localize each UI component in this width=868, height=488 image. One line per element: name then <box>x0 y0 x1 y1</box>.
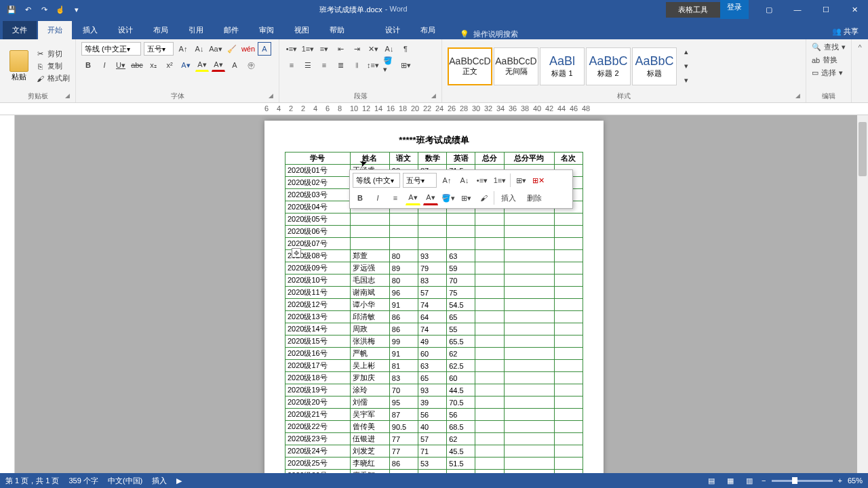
zoom-slider[interactable] <box>772 480 833 482</box>
styles-scroll-down[interactable]: ▾ <box>679 60 693 73</box>
mt-bullets[interactable]: •≡▾ <box>475 173 490 188</box>
table-cell[interactable]: 83 <box>389 372 418 384</box>
table-cell[interactable]: 2020级13号 <box>285 311 351 323</box>
mt-highlight[interactable]: A▾ <box>406 190 420 205</box>
table-cell[interactable] <box>554 360 583 372</box>
table-cell[interactable] <box>475 250 504 262</box>
tab-references[interactable]: 引用 <box>179 21 213 39</box>
tab-table-design[interactable]: 设计 <box>376 21 410 39</box>
style-heading2[interactable]: AaBbC标题 2 <box>586 47 631 85</box>
zoom-out-button[interactable]: − <box>762 476 766 485</box>
table-cell[interactable]: 93 <box>418 384 446 396</box>
table-cell[interactable] <box>475 348 504 360</box>
scrollbar-thumb[interactable] <box>859 122 867 176</box>
mt-font-combo[interactable]: 等线 (中文 ▾ <box>353 173 400 188</box>
italic-button[interactable]: I <box>98 58 111 72</box>
table-row[interactable]: 2020级05号 <box>285 214 583 226</box>
enclose-char-button[interactable]: ㊥ <box>244 58 258 72</box>
table-cell[interactable] <box>554 372 583 384</box>
table-cell[interactable]: 53 <box>418 458 446 470</box>
table-cell[interactable]: 2020级10号 <box>285 274 351 287</box>
table-cell[interactable] <box>554 421 583 433</box>
shrink-font-button[interactable]: A↓ <box>193 42 206 56</box>
table-cell[interactable] <box>418 226 446 238</box>
table-cell[interactable] <box>504 433 554 445</box>
table-cell[interactable] <box>389 214 418 226</box>
table-cell[interactable] <box>504 445 554 458</box>
table-cell[interactable] <box>554 214 583 226</box>
select-button[interactable]: ▭ 选择 ▾ <box>812 68 846 78</box>
tab-insert[interactable]: 插入 <box>73 21 107 39</box>
highlight-button[interactable]: A▾ <box>195 58 209 72</box>
table-cell[interactable]: 55 <box>447 323 475 336</box>
mt-table-button[interactable]: ⊞▾ <box>513 173 528 188</box>
table-cell[interactable] <box>554 433 583 445</box>
table-cell[interactable]: 2020级05号 <box>285 214 351 226</box>
table-cell[interactable]: 2020级24号 <box>285 445 351 458</box>
table-row[interactable]: 2020级19号涂玲709344.5 <box>285 384 583 396</box>
tab-layout[interactable]: 布局 <box>144 21 178 39</box>
login-button[interactable]: 登录 <box>720 0 749 19</box>
text-effects-button[interactable]: A▾ <box>179 58 193 72</box>
table-row[interactable]: 2020级10号毛国志808370 <box>285 274 583 287</box>
table-row[interactable]: 2020级08号郑萱809363 <box>285 250 583 262</box>
subscript-button[interactable]: x₂ <box>146 58 160 72</box>
table-cell[interactable]: 谭小华 <box>350 299 389 311</box>
table-cell[interactable]: 56 <box>418 409 446 421</box>
table-cell[interactable]: 2020级02号 <box>285 177 351 189</box>
table-cell[interactable]: 63 <box>447 250 475 262</box>
styles-gallery[interactable]: AaBbCcD正文 AaBbCcD无间隔 AaBl标题 1 AaBbC标题 2 … <box>448 47 677 85</box>
table-cell[interactable] <box>554 262 583 274</box>
table-row[interactable]: 2020级16号严帆916062 <box>285 348 583 360</box>
table-cell[interactable]: 罗远强 <box>350 262 389 274</box>
table-cell[interactable] <box>554 226 583 238</box>
style-nospacing[interactable]: AaBbCcD无间隔 <box>494 47 538 85</box>
zoom-level[interactable]: 65% <box>848 476 863 485</box>
tab-file[interactable]: 文件 <box>3 21 37 39</box>
table-cell[interactable]: 59 <box>447 262 475 274</box>
close-button[interactable]: ✕ <box>841 0 868 19</box>
change-case-button[interactable]: Aa▾ <box>209 42 222 56</box>
table-cell[interactable] <box>554 238 583 250</box>
tab-review[interactable]: 审阅 <box>250 21 283 39</box>
table-cell[interactable]: 2020级19号 <box>285 384 351 396</box>
table-cell[interactable] <box>554 336 583 348</box>
table-cell[interactable]: 83 <box>418 274 446 287</box>
word-count[interactable]: 359 个字 <box>68 476 98 486</box>
table-cell[interactable]: 44.5 <box>447 384 475 396</box>
table-cell[interactable]: 80 <box>389 250 418 262</box>
table-cell[interactable]: 70.5 <box>447 396 475 409</box>
table-cell[interactable] <box>475 323 504 336</box>
bold-button[interactable]: B <box>81 58 95 72</box>
table-cell[interactable]: 63 <box>418 360 446 372</box>
table-cell[interactable]: 60 <box>418 348 446 360</box>
collapse-ribbon-button[interactable]: ^ <box>852 39 868 102</box>
table-cell[interactable]: 93 <box>418 250 446 262</box>
table-cell[interactable]: 2020级22号 <box>285 421 351 433</box>
table-row[interactable]: 2020级25号李晓红865351.5 <box>285 458 583 470</box>
table-row[interactable]: 2020级24号刘发芝777145.5 <box>285 445 583 458</box>
paste-button[interactable]: 粘贴 <box>5 50 33 82</box>
undo-button[interactable]: ↶ <box>20 2 35 17</box>
table-cell[interactable] <box>504 274 554 287</box>
vertical-ruler[interactable] <box>0 115 15 473</box>
language-indicator[interactable]: 中文(中国) <box>108 476 142 486</box>
table-cell[interactable] <box>554 396 583 409</box>
table-cell[interactable] <box>475 396 504 409</box>
macro-icon[interactable]: ▶ <box>176 476 182 485</box>
style-heading1[interactable]: AaBl标题 1 <box>540 47 585 85</box>
table-cell[interactable]: 65 <box>447 311 475 323</box>
mt-grow-font[interactable]: A↑ <box>439 173 454 188</box>
table-cell[interactable] <box>475 421 504 433</box>
table-cell[interactable]: 吴上彬 <box>350 360 389 372</box>
table-cell[interactable]: 2020级21号 <box>285 409 351 421</box>
table-cell[interactable]: 2020级03号 <box>285 189 351 201</box>
table-cell[interactable]: 68.5 <box>447 421 475 433</box>
table-cell[interactable] <box>418 238 446 250</box>
horizontal-ruler[interactable]: 6422468101214161820222426283032343638404… <box>0 103 868 115</box>
table-cell[interactable] <box>475 274 504 287</box>
table-cell[interactable] <box>504 458 554 470</box>
table-cell[interactable] <box>504 336 554 348</box>
table-cell[interactable]: 2020级17号 <box>285 360 351 372</box>
table-cell[interactable] <box>475 214 504 226</box>
